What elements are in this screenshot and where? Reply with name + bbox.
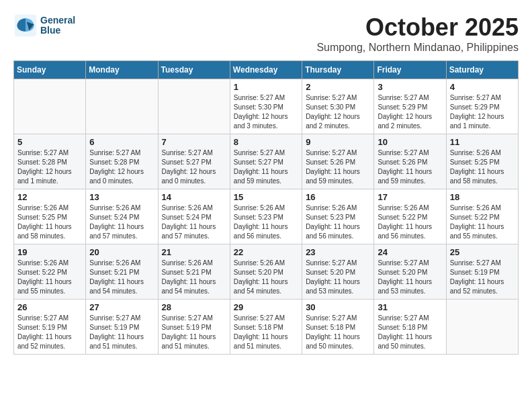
day-number: 20 bbox=[89, 247, 154, 257]
day-number: 2 bbox=[306, 82, 370, 92]
calendar-cell: 25Sunrise: 5:27 AM Sunset: 5:19 PM Dayli… bbox=[446, 244, 518, 300]
day-info: Sunrise: 5:26 AM Sunset: 5:21 PM Dayligh… bbox=[89, 259, 154, 296]
calendar-week-row: 12Sunrise: 5:26 AM Sunset: 5:25 PM Dayli… bbox=[14, 189, 519, 244]
weekday-header: Sunday bbox=[14, 61, 86, 79]
calendar-cell: 22Sunrise: 5:26 AM Sunset: 5:20 PM Dayli… bbox=[230, 244, 302, 300]
weekday-header: Saturday bbox=[446, 61, 518, 79]
calendar-cell: 23Sunrise: 5:27 AM Sunset: 5:20 PM Dayli… bbox=[302, 244, 374, 300]
day-number: 28 bbox=[162, 302, 226, 312]
day-number: 27 bbox=[89, 302, 154, 312]
calendar-cell: 6Sunrise: 5:27 AM Sunset: 5:28 PM Daylig… bbox=[86, 134, 158, 189]
day-number: 12 bbox=[17, 192, 82, 202]
day-info: Sunrise: 5:26 AM Sunset: 5:22 PM Dayligh… bbox=[450, 203, 515, 241]
day-number: 26 bbox=[17, 302, 82, 312]
calendar-cell: 31Sunrise: 5:27 AM Sunset: 5:18 PM Dayli… bbox=[374, 300, 446, 355]
day-number: 29 bbox=[234, 302, 298, 312]
calendar-cell: 14Sunrise: 5:26 AM Sunset: 5:24 PM Dayli… bbox=[158, 189, 230, 244]
weekday-header-row: SundayMondayTuesdayWednesdayThursdayFrid… bbox=[14, 61, 519, 79]
calendar-week-row: 26Sunrise: 5:27 AM Sunset: 5:19 PM Dayli… bbox=[14, 300, 519, 355]
calendar-cell: 27Sunrise: 5:27 AM Sunset: 5:19 PM Dayli… bbox=[86, 300, 158, 355]
day-info: Sunrise: 5:27 AM Sunset: 5:19 PM Dayligh… bbox=[162, 314, 226, 351]
calendar-cell: 13Sunrise: 5:26 AM Sunset: 5:24 PM Dayli… bbox=[86, 189, 158, 244]
calendar-cell: 7Sunrise: 5:27 AM Sunset: 5:27 PM Daylig… bbox=[158, 134, 230, 189]
location-title: Sumpong, Northern Mindanao, Philippines bbox=[316, 42, 519, 54]
day-info: Sunrise: 5:27 AM Sunset: 5:27 PM Dayligh… bbox=[234, 148, 298, 186]
day-info: Sunrise: 5:27 AM Sunset: 5:19 PM Dayligh… bbox=[450, 259, 515, 296]
day-info: Sunrise: 5:26 AM Sunset: 5:21 PM Dayligh… bbox=[162, 259, 226, 296]
calendar-cell: 30Sunrise: 5:27 AM Sunset: 5:18 PM Dayli… bbox=[302, 300, 374, 355]
day-number: 7 bbox=[162, 137, 226, 147]
calendar-cell: 20Sunrise: 5:26 AM Sunset: 5:21 PM Dayli… bbox=[86, 244, 158, 300]
calendar-cell: 11Sunrise: 5:26 AM Sunset: 5:25 PM Dayli… bbox=[446, 134, 518, 189]
calendar-cell: 8Sunrise: 5:27 AM Sunset: 5:27 PM Daylig… bbox=[230, 134, 302, 189]
day-info: Sunrise: 5:26 AM Sunset: 5:23 PM Dayligh… bbox=[234, 203, 298, 241]
calendar-cell: 9Sunrise: 5:27 AM Sunset: 5:26 PM Daylig… bbox=[302, 134, 374, 189]
day-info: Sunrise: 5:27 AM Sunset: 5:28 PM Dayligh… bbox=[17, 148, 82, 186]
day-number: 17 bbox=[378, 192, 442, 202]
day-number: 10 bbox=[378, 137, 442, 147]
day-number: 30 bbox=[306, 302, 370, 312]
calendar-cell: 24Sunrise: 5:27 AM Sunset: 5:20 PM Dayli… bbox=[374, 244, 446, 300]
logo: General Blue bbox=[13, 13, 75, 38]
weekday-header: Thursday bbox=[302, 61, 374, 79]
day-number: 5 bbox=[17, 137, 82, 147]
day-number: 24 bbox=[378, 247, 442, 257]
day-number: 13 bbox=[89, 192, 154, 202]
logo-text: General Blue bbox=[40, 15, 75, 36]
calendar-cell bbox=[446, 300, 518, 355]
calendar-cell: 1Sunrise: 5:27 AM Sunset: 5:30 PM Daylig… bbox=[230, 79, 302, 134]
calendar-week-row: 1Sunrise: 5:27 AM Sunset: 5:30 PM Daylig… bbox=[14, 79, 519, 134]
day-info: Sunrise: 5:26 AM Sunset: 5:24 PM Dayligh… bbox=[162, 203, 226, 241]
day-info: Sunrise: 5:27 AM Sunset: 5:27 PM Dayligh… bbox=[162, 148, 226, 186]
day-info: Sunrise: 5:27 AM Sunset: 5:18 PM Dayligh… bbox=[378, 314, 442, 351]
calendar-cell: 29Sunrise: 5:27 AM Sunset: 5:18 PM Dayli… bbox=[230, 300, 302, 355]
day-info: Sunrise: 5:27 AM Sunset: 5:26 PM Dayligh… bbox=[306, 148, 370, 186]
calendar-cell: 28Sunrise: 5:27 AM Sunset: 5:19 PM Dayli… bbox=[158, 300, 230, 355]
day-number: 19 bbox=[17, 247, 82, 257]
day-number: 6 bbox=[89, 137, 154, 147]
day-info: Sunrise: 5:27 AM Sunset: 5:18 PM Dayligh… bbox=[306, 314, 370, 351]
weekday-header: Wednesday bbox=[230, 61, 302, 79]
logo-line2: Blue bbox=[40, 26, 75, 36]
calendar-week-row: 5Sunrise: 5:27 AM Sunset: 5:28 PM Daylig… bbox=[14, 134, 519, 189]
day-number: 16 bbox=[306, 192, 370, 202]
day-number: 31 bbox=[378, 302, 442, 312]
calendar-cell: 15Sunrise: 5:26 AM Sunset: 5:23 PM Dayli… bbox=[230, 189, 302, 244]
day-info: Sunrise: 5:27 AM Sunset: 5:19 PM Dayligh… bbox=[89, 314, 154, 351]
day-number: 1 bbox=[234, 82, 298, 92]
day-number: 25 bbox=[450, 247, 515, 257]
day-number: 3 bbox=[378, 82, 442, 92]
day-number: 8 bbox=[234, 137, 298, 147]
day-info: Sunrise: 5:26 AM Sunset: 5:20 PM Dayligh… bbox=[234, 259, 298, 296]
calendar-cell: 17Sunrise: 5:26 AM Sunset: 5:22 PM Dayli… bbox=[374, 189, 446, 244]
weekday-header: Tuesday bbox=[158, 61, 230, 79]
day-number: 4 bbox=[450, 82, 515, 92]
weekday-header: Friday bbox=[374, 61, 446, 79]
day-number: 11 bbox=[450, 137, 515, 147]
logo-icon bbox=[13, 13, 38, 38]
calendar-cell: 5Sunrise: 5:27 AM Sunset: 5:28 PM Daylig… bbox=[14, 134, 86, 189]
calendar-cell: 10Sunrise: 5:27 AM Sunset: 5:26 PM Dayli… bbox=[374, 134, 446, 189]
calendar-week-row: 19Sunrise: 5:26 AM Sunset: 5:22 PM Dayli… bbox=[14, 244, 519, 300]
day-info: Sunrise: 5:26 AM Sunset: 5:25 PM Dayligh… bbox=[450, 148, 515, 186]
day-info: Sunrise: 5:27 AM Sunset: 5:20 PM Dayligh… bbox=[378, 259, 442, 296]
day-info: Sunrise: 5:26 AM Sunset: 5:25 PM Dayligh… bbox=[17, 203, 82, 241]
day-info: Sunrise: 5:27 AM Sunset: 5:18 PM Dayligh… bbox=[234, 314, 298, 351]
day-info: Sunrise: 5:27 AM Sunset: 5:29 PM Dayligh… bbox=[378, 93, 442, 131]
day-info: Sunrise: 5:26 AM Sunset: 5:22 PM Dayligh… bbox=[378, 203, 442, 241]
day-info: Sunrise: 5:27 AM Sunset: 5:29 PM Dayligh… bbox=[450, 93, 515, 131]
calendar-cell: 16Sunrise: 5:26 AM Sunset: 5:23 PM Dayli… bbox=[302, 189, 374, 244]
title-block: October 2025 Sumpong, Northern Mindanao,… bbox=[316, 13, 519, 54]
day-info: Sunrise: 5:27 AM Sunset: 5:20 PM Dayligh… bbox=[306, 259, 370, 296]
day-info: Sunrise: 5:27 AM Sunset: 5:19 PM Dayligh… bbox=[17, 314, 82, 351]
day-number: 15 bbox=[234, 192, 298, 202]
day-number: 23 bbox=[306, 247, 370, 257]
day-number: 21 bbox=[162, 247, 226, 257]
weekday-header: Monday bbox=[86, 61, 158, 79]
day-info: Sunrise: 5:26 AM Sunset: 5:23 PM Dayligh… bbox=[306, 203, 370, 241]
calendar-cell: 19Sunrise: 5:26 AM Sunset: 5:22 PM Dayli… bbox=[14, 244, 86, 300]
day-info: Sunrise: 5:27 AM Sunset: 5:28 PM Dayligh… bbox=[89, 148, 154, 186]
day-info: Sunrise: 5:26 AM Sunset: 5:22 PM Dayligh… bbox=[17, 259, 82, 296]
day-info: Sunrise: 5:26 AM Sunset: 5:24 PM Dayligh… bbox=[89, 203, 154, 241]
calendar-cell bbox=[86, 79, 158, 134]
